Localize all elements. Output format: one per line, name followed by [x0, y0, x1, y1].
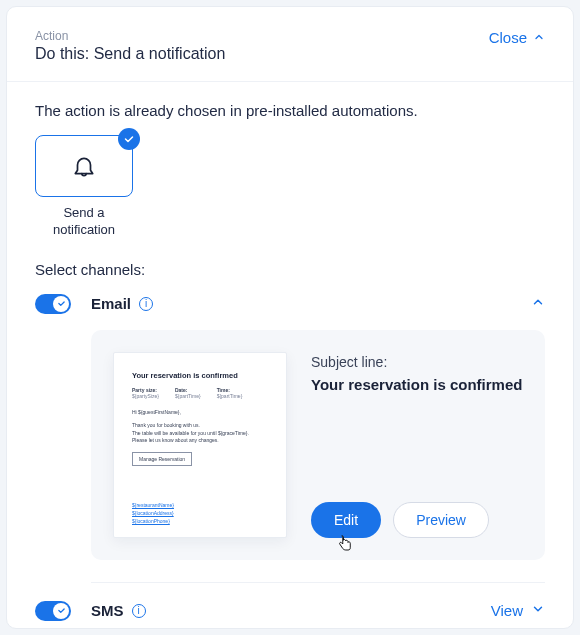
toggle-knob	[53, 603, 69, 619]
check-badge-icon	[118, 128, 140, 150]
eyebrow-label: Action	[35, 29, 225, 43]
preview-button[interactable]: Preview	[393, 502, 489, 538]
expand-sms[interactable]: View	[491, 602, 545, 619]
email-panel-right: Subject line: Your reservation is confir…	[311, 352, 523, 538]
info-icon[interactable]: i	[139, 297, 153, 311]
card-header: Action Do this: Send a notification Clos…	[7, 7, 573, 82]
channels-label: Select channels:	[35, 261, 545, 278]
toggle-email[interactable]	[35, 294, 71, 314]
toggle-knob	[53, 296, 69, 312]
cursor-hand-icon	[336, 535, 354, 556]
channel-name-sms: SMS	[91, 602, 124, 619]
action-card: Action Do this: Send a notification Clos…	[6, 6, 574, 629]
email-preview-thumb: Your reservation is confirmed Party size…	[113, 352, 287, 538]
channel-name-email: Email	[91, 295, 131, 312]
chevron-up-icon	[533, 29, 545, 46]
action-tile[interactable]	[35, 135, 133, 197]
bell-icon	[71, 153, 97, 179]
email-panel: Your reservation is confirmed Party size…	[91, 330, 545, 560]
thumb-cols: Party size:${partySize} Date:${partTime}…	[132, 387, 268, 399]
channel-row-sms: SMS i View	[35, 601, 545, 621]
edit-button[interactable]: Edit	[311, 502, 381, 538]
close-label: Close	[489, 29, 527, 46]
thumb-manage-button: Manage Reservation	[132, 452, 192, 466]
tile-caption: Send a notification	[35, 205, 133, 239]
channel-row-email: Email i	[35, 294, 545, 314]
toggle-sms[interactable]	[35, 601, 71, 621]
chevron-down-icon	[531, 602, 545, 619]
intro-text: The action is already chosen in pre-inst…	[35, 102, 545, 119]
card-body: The action is already chosen in pre-inst…	[7, 82, 573, 629]
close-button[interactable]: Close	[489, 29, 545, 46]
thumb-title: Your reservation is confirmed	[132, 371, 268, 380]
panel-actions: Edit Preview	[311, 502, 523, 538]
subject-label: Subject line:	[311, 354, 523, 370]
header-left: Action Do this: Send a notification	[35, 29, 225, 63]
subject-value: Your reservation is confirmed	[311, 376, 523, 393]
collapse-email[interactable]	[531, 295, 545, 313]
info-icon[interactable]: i	[132, 604, 146, 618]
thumb-footer: ${restaurantName} ${locationAddress} ${l…	[132, 501, 268, 525]
divider	[91, 582, 545, 583]
page-title: Do this: Send a notification	[35, 45, 225, 63]
